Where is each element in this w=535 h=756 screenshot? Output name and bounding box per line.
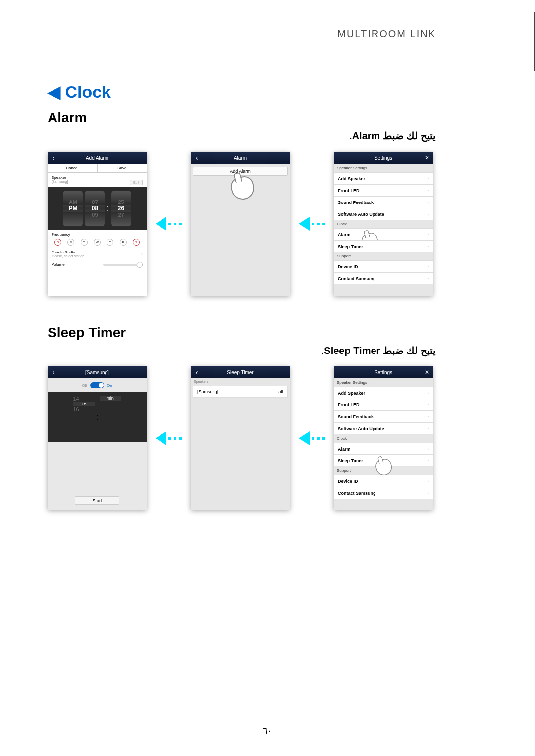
back-icon[interactable]: ‹ [48,366,59,378]
software-auto-update-row[interactable]: Software Auto Update› [334,208,433,220]
sleep-flow-row: ‹ [Samsung] Off On 14 15 16 : min [48,366,433,510]
alarm-row[interactable]: Alarm› [334,228,433,240]
front-led-row[interactable]: Front LED› [334,184,433,196]
section-support: Support [334,252,433,260]
section-header: MULTIROOM LINK [337,28,436,40]
sleep-list-title: Sleep Timer [203,370,278,375]
sleep-unit-wheel[interactable]: min [100,396,121,438]
day-w[interactable]: W [94,239,101,246]
on-off-toggle-row: Off On [48,378,147,392]
chevron-right-icon: › [428,390,429,396]
time-colon: : [106,203,110,214]
day-s[interactable]: S [54,239,61,246]
alarm-label: Alarm [338,447,351,452]
software-auto-update-label: Software Auto Update [338,212,384,217]
front-led-row[interactable]: Front LED› [334,399,433,410]
ampm-wheel[interactable]: AM PM [63,191,83,226]
add-speaker-row[interactable]: Add Speaker› [334,387,433,399]
flow-arrow-icon [156,217,182,231]
sleep-set-header: ‹ [Samsung] [48,366,147,378]
hour-prev: 07 [92,199,98,205]
edit-button[interactable]: Edit [130,180,143,185]
sound-feedback-row[interactable]: Sound Feedback› [334,410,433,422]
ampm-prev: AM [69,199,77,205]
time-picker[interactable]: AM PM 07 08 09 : 25 26 27 [48,187,147,230]
hour-next: 09 [92,212,98,218]
hour-wheel[interactable]: 07 08 09 [85,191,105,226]
frequency-label: Frequency [52,232,143,237]
alarm-list-header: ‹ Alarm [191,152,290,164]
volume-slider[interactable] [103,264,143,266]
chevron-right-icon: › [428,244,429,249]
sleep-timer-row[interactable]: Sleep Timer› [334,240,433,252]
day-m[interactable]: M [67,239,74,246]
cancel-button[interactable]: Cancel [48,164,98,172]
sleep-min-prev: 14 [73,396,95,402]
page-number: ٦٠ [0,725,535,736]
back-icon[interactable]: ‹ [48,152,59,164]
start-button[interactable]: Start [75,496,119,505]
contact-samsung-label: Contact Samsung [338,491,376,496]
front-led-label: Front LED [338,188,360,193]
sleep-timer-set-screen: ‹ [Samsung] Off On 14 15 16 : min [48,366,147,510]
on-label: On [107,383,112,388]
back-icon[interactable]: ‹ [191,366,203,378]
min-prev: 25 [118,199,124,205]
alarm-heading: Alarm [48,110,87,126]
sleep-time-picker[interactable]: 14 15 16 : min [48,392,147,442]
speaker-list-item[interactable]: [Samsung] off [193,386,288,398]
day-f[interactable]: F [120,239,127,246]
software-auto-update-row[interactable]: Software Auto Update› [334,422,433,434]
chevron-right-icon: › [428,188,429,193]
contact-samsung-label: Contact Samsung [338,276,376,281]
tunein-label: TuneIn Radio [52,250,84,254]
minute-wheel[interactable]: 25 26 27 [111,191,131,226]
contact-samsung-row[interactable]: Contact Samsung› [334,487,433,499]
sleep-timer-heading: Sleep Timer [48,325,126,341]
section-clock: Clock [334,434,433,443]
settings-title: Settings [346,370,421,375]
contact-samsung-row[interactable]: Contact Samsung› [334,272,433,284]
alarm-description: يتيح لك ضبط Alarm. [48,130,436,142]
tap-hand-icon [229,174,257,202]
chevron-right-icon: › [428,458,429,463]
sleep-min-next: 16 [73,406,95,412]
close-icon[interactable]: ✕ [421,152,433,164]
device-id-row[interactable]: Device ID› [334,260,433,272]
chevron-right-icon: › [428,176,429,181]
speaker-item-name: [Samsung] [197,389,218,394]
day-selector[interactable]: S M T W T F S [52,239,143,246]
sleep-timer-description: يتيح لك ضبط Sleep Timer. [48,345,436,356]
device-id-label: Device ID [338,264,358,269]
tunein-row[interactable]: TuneIn Radio Please, select station › [48,248,147,260]
settings-screen-alarm: Settings ✕ Speaker Settings Add Speaker›… [334,152,433,296]
sleep-minutes-wheel[interactable]: 14 15 16 [73,396,95,438]
speakers-section-label: Speakers [191,378,290,385]
save-button[interactable]: Save [98,164,147,172]
device-id-row[interactable]: Device ID› [334,475,433,487]
chevron-right-icon: › [428,232,429,237]
software-auto-update-label: Software Auto Update [338,426,384,431]
day-t[interactable]: T [81,239,88,246]
chevron-right-icon: › [428,264,429,269]
sleep-timer-row[interactable]: Sleep Timer› [334,454,433,466]
min-next: 27 [118,212,124,218]
alarm-list-screen: ‹ Alarm Add Alarm [191,152,290,296]
add-speaker-row[interactable]: Add Speaker› [334,172,433,184]
close-icon[interactable]: ✕ [421,366,433,378]
chevron-right-icon: › [428,211,429,217]
flow-arrow-icon [156,431,182,445]
sleep-toggle[interactable] [90,382,104,388]
volume-row: Volume [48,260,147,269]
sleep-list-body: Speakers [Samsung] off [191,378,290,510]
alarm-row[interactable]: Alarm› [334,443,433,454]
day-s2[interactable]: S [133,239,140,246]
day-t2[interactable]: T [107,239,113,246]
sleep-set-body: Off On 14 15 16 : min Start [48,378,147,510]
sound-feedback-row[interactable]: Sound Feedback› [334,196,433,208]
clock-title: ◀ Clock [48,82,111,101]
back-icon[interactable]: ‹ [191,152,203,164]
chevron-right-icon: › [141,252,143,257]
section-speaker-settings: Speaker Settings [334,378,433,387]
volume-label: Volume [52,262,65,267]
